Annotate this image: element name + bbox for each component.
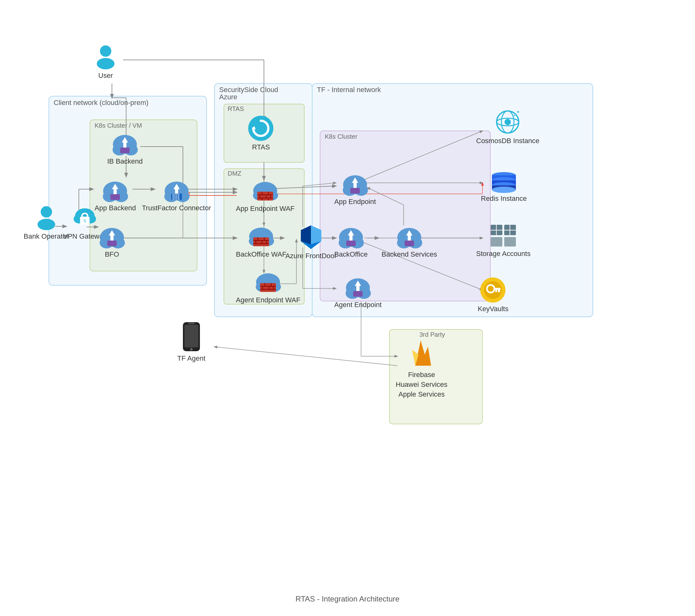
k8s-client-label: K8s Cluster / VM — [95, 122, 142, 129]
agent-endpoint-waf-label: Agent Endpoint WAF — [236, 296, 301, 304]
storage-label: Storage Accounts — [476, 250, 530, 258]
backoffice-icon — [337, 225, 365, 249]
user-icon — [93, 44, 118, 70]
svg-rect-165 — [491, 237, 502, 246]
backend-services-label: Backend Services — [382, 250, 437, 258]
svg-rect-166 — [504, 237, 516, 246]
agent-endpoint-waf-node: Agent Endpoint WAF — [236, 271, 301, 304]
azure-frontdoor-icon — [298, 224, 324, 251]
svg-text:✦: ✦ — [513, 114, 515, 117]
azure-frontdoor-node: Azure FrontDoor — [285, 224, 337, 260]
app-backend-icon — [101, 179, 129, 203]
backend-services-icon — [395, 225, 424, 249]
diagram-title: RTAS - Integration Architecture — [295, 595, 400, 603]
svg-marker-129 — [301, 225, 311, 244]
app-endpoint-waf-label: App Endpoint WAF — [236, 205, 294, 213]
user-label: User — [98, 72, 113, 80]
tf-connector-icon — [163, 179, 191, 203]
svg-text:⇅: ⇅ — [83, 219, 86, 223]
svg-point-57 — [97, 58, 115, 69]
bank-operator-icon — [34, 205, 59, 231]
bank-operator-label: Bank Operator — [24, 232, 69, 241]
backoffice-label: BackOffice — [334, 250, 368, 258]
svg-point-59 — [37, 219, 55, 230]
svg-text:✦: ✦ — [516, 109, 520, 115]
svg-rect-178 — [185, 325, 198, 347]
svg-marker-128 — [311, 225, 321, 244]
svg-rect-176 — [495, 290, 497, 292]
redis-icon — [490, 170, 518, 193]
keyvaults-label: KeyVaults — [478, 305, 508, 313]
bfo-icon — [98, 225, 126, 249]
rtas-box-label: RTAS — [228, 105, 244, 112]
app-endpoint-label: App Endpoint — [334, 198, 376, 206]
storage-node: Storage Accounts — [476, 223, 530, 258]
svg-line-45 — [215, 347, 397, 366]
agent-endpoint-node: Agent Endpoint — [334, 276, 382, 309]
agent-endpoint-waf-icon — [254, 271, 282, 295]
security-cloud-label: SecuritySide Cloud — [219, 86, 278, 93]
redis-node: Redis Instance — [481, 170, 527, 203]
storage-icon — [489, 223, 518, 249]
svg-rect-89 — [107, 241, 117, 246]
diagram-container: Client network (cloud/on-prem) K8s Clust… — [0, 0, 695, 616]
agent-endpoint-label: Agent Endpoint — [334, 301, 382, 309]
user-node: User — [93, 44, 118, 80]
svg-rect-149 — [353, 291, 363, 297]
vpn-gateway-icon: ⇅ — [72, 205, 98, 231]
app-backend-node: App Backend — [95, 179, 136, 212]
backoffice-waf-node: BackOffice WAF — [236, 225, 286, 258]
backend-services-node: Backend Services — [382, 225, 437, 258]
bfo-label: BFO — [105, 250, 119, 258]
firebase-icon — [407, 337, 436, 369]
agent-endpoint-icon — [344, 276, 372, 300]
svg-rect-180 — [188, 323, 194, 324]
svg-point-179 — [190, 348, 193, 350]
firebase-label: Firebase Huawei Services Apple Services — [396, 370, 447, 399]
dmz-label: DMZ — [228, 170, 241, 177]
svg-rect-174 — [493, 288, 501, 290]
rtas-node: RTAS — [248, 115, 274, 151]
client-network-label: Client network (cloud/on-prem) — [54, 99, 149, 106]
keyvaults-node: KeyVaults — [478, 277, 508, 313]
svg-point-58 — [41, 206, 52, 218]
third-party-label: 3rd Party — [419, 331, 445, 338]
ib-backend-icon — [111, 132, 139, 156]
svg-rect-7 — [320, 131, 490, 301]
svg-line-37 — [364, 131, 482, 180]
svg-rect-75 — [111, 194, 120, 200]
backoffice-node: BackOffice — [334, 225, 368, 258]
cosmosdb-node: ✦ ✦ CosmosDB Instance — [476, 109, 540, 145]
tf-connector-node: TrustFactor Connector — [142, 179, 211, 212]
tf-internal-label: TF - Internal network — [317, 86, 381, 93]
ib-backend-label: IB Backend — [107, 157, 143, 166]
k8s-tf-label: K8s Cluster — [325, 133, 358, 140]
svg-line-32 — [303, 183, 336, 186]
svg-rect-139 — [346, 241, 356, 246]
app-endpoint-waf-node: App Endpoint WAF — [236, 180, 294, 213]
svg-rect-175 — [498, 290, 500, 292]
app-backend-label: App Backend — [95, 204, 136, 212]
app-endpoint-icon — [341, 173, 369, 196]
tf-agent-icon — [180, 322, 202, 353]
bank-operator-node: Bank Operator — [24, 205, 69, 241]
app-endpoint-node: App Endpoint — [334, 173, 376, 206]
cosmosdb-icon: ✦ ✦ — [493, 109, 522, 136]
svg-text:Azure: Azure — [219, 93, 237, 101]
azure-frontdoor-label: Azure FrontDoor — [285, 252, 337, 260]
tf-agent-label: TF Agent — [177, 354, 205, 362]
svg-point-153 — [505, 119, 511, 125]
keyvaults-icon — [480, 277, 506, 304]
rtas-label: RTAS — [252, 143, 270, 151]
ib-backend-node: IB Backend — [107, 132, 143, 166]
app-endpoint-waf-icon — [251, 180, 279, 203]
rtas-icon — [248, 115, 274, 142]
firebase-node: Firebase Huawei Services Apple Services — [396, 337, 447, 399]
tf-agent-node: TF Agent — [177, 322, 205, 362]
svg-rect-70 — [120, 148, 130, 153]
svg-point-56 — [100, 46, 111, 57]
tf-connector-label: TrustFactor Connector — [142, 204, 211, 212]
svg-rect-134 — [350, 188, 360, 193]
redis-label: Redis Instance — [481, 194, 527, 203]
cosmosdb-label: CosmosDB Instance — [476, 137, 540, 145]
